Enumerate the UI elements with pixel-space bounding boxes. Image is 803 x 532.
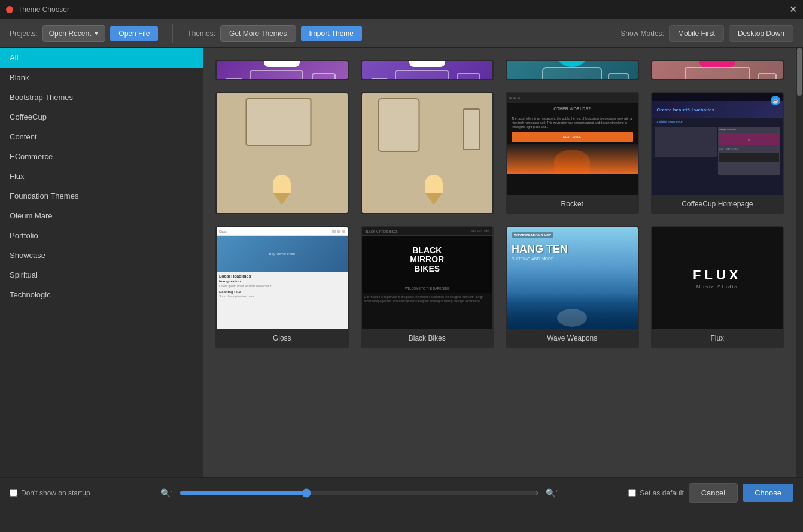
theme-name-bootstrap4: Bootstrap 4 bbox=[362, 79, 493, 80]
projects-section: Projects: Open Recent ▼ Open File bbox=[10, 25, 158, 42]
choose-button[interactable]: Choose bbox=[743, 484, 793, 502]
close-button[interactable]: ✕ bbox=[789, 4, 797, 15]
tablet-mockup bbox=[250, 70, 303, 79]
sidebar-item-technologic[interactable]: Technologic bbox=[0, 285, 203, 305]
desktop-mockup bbox=[378, 98, 420, 152]
window-title: Theme Chooser bbox=[18, 5, 69, 14]
sidebar-item-flux[interactable]: Flux bbox=[0, 166, 203, 186]
theme-card-flux[interactable]: FLUX Music Studio Flux bbox=[651, 226, 784, 348]
sidebar-item-foundation-themes[interactable]: Foundation Themes bbox=[0, 186, 203, 206]
tablet-mockup bbox=[542, 67, 602, 79]
phone-mockup bbox=[758, 73, 777, 79]
theme-thumb-flux: FLUX Music Studio bbox=[652, 227, 783, 329]
zoom-slider[interactable] bbox=[180, 488, 539, 498]
theme-name-rocket: Rocket bbox=[507, 195, 638, 213]
phone-mockup bbox=[312, 73, 336, 79]
theme-card-blackbikes[interactable]: BLACK MIRROR BIKES NAV NAV NAV BLACKMIRR… bbox=[361, 226, 494, 348]
theme-thumb-foundation: F bbox=[507, 61, 638, 79]
theme-name-vanilla-mf: VanillaCSS Mobile First bbox=[362, 213, 493, 214]
theme-card-foundation[interactable]: F Foundation bbox=[506, 60, 639, 80]
set-as-default-label[interactable]: Set as default bbox=[628, 489, 683, 497]
theme-thumb-rocket: OTHER WORLDS? The portal offers is an en… bbox=[507, 93, 638, 195]
bottom-right: Set as default Cancel Choose bbox=[628, 483, 793, 503]
sidebar-item-all[interactable]: All bbox=[0, 48, 203, 68]
zoom-out-icon[interactable]: 🔍- bbox=[160, 488, 172, 498]
theme-thumb-vanilla-dd bbox=[217, 93, 348, 213]
scrollbar-track[interactable] bbox=[796, 48, 803, 477]
desktop-mockup bbox=[246, 98, 312, 146]
toolbar: Projects: Open Recent ▼ Open File Themes… bbox=[0, 19, 803, 48]
title-bar: Theme Chooser ✕ bbox=[0, 0, 803, 19]
open-file-button[interactable]: Open File bbox=[110, 26, 158, 41]
theme-name-bootstrap3: Bootstrap 3 bbox=[217, 79, 348, 80]
theme-name-vanilla-dd: VanillaCSS Desktop Down bbox=[217, 213, 348, 214]
show-modes-label: Show Modes: bbox=[620, 29, 664, 38]
themes-label: Themes: bbox=[187, 29, 215, 38]
sidebar: All Blank Bootstrap Themes CoffeeCup Con… bbox=[0, 48, 203, 477]
materialize-icon: M bbox=[699, 61, 735, 67]
coffeecup-logo-badge: ☕ bbox=[771, 96, 780, 105]
main-area: All Blank Bootstrap Themes CoffeeCup Con… bbox=[0, 48, 803, 477]
sidebar-item-showcase[interactable]: Showcase bbox=[0, 245, 203, 265]
get-more-themes-button[interactable]: Get More Themes bbox=[220, 25, 296, 42]
theme-card-vanilla-dd[interactable]: VanillaCSS Desktop Down bbox=[215, 92, 349, 214]
ice-cream-icon bbox=[273, 175, 291, 205]
tablet-mockup bbox=[395, 70, 449, 79]
theme-card-bootstrap3[interactable]: B3 Bootstrap 3 bbox=[215, 60, 349, 80]
separator-1 bbox=[172, 24, 173, 43]
set-as-default-checkbox[interactable] bbox=[628, 489, 636, 497]
sidebar-item-blank[interactable]: Blank bbox=[0, 68, 203, 87]
phone-mockup bbox=[457, 73, 480, 79]
theme-card-vanilla-mf[interactable]: VanillaCSS Mobile First bbox=[361, 92, 494, 214]
theme-grid: B3 Bootstrap 3 B4 Bootstrap 4 bbox=[215, 60, 784, 348]
projects-label: Projects: bbox=[10, 29, 38, 38]
theme-card-bootstrap4[interactable]: B4 Bootstrap 4 bbox=[361, 60, 494, 80]
bootstrap-icon: B3 bbox=[264, 61, 300, 67]
theme-name-coffeecup: CoffeeCup Homepage bbox=[652, 195, 783, 213]
sidebar-item-spiritual[interactable]: Spiritual bbox=[0, 265, 203, 285]
cancel-button[interactable]: Cancel bbox=[689, 483, 738, 503]
bottom-bar: Don't show on startup 🔍- 🔍+ Set as defau… bbox=[0, 477, 803, 508]
zoom-in-icon[interactable]: 🔍+ bbox=[546, 488, 559, 498]
open-recent-label: Open Recent bbox=[49, 29, 92, 38]
bootstrap4-icon: B4 bbox=[409, 61, 445, 67]
sidebar-item-coffeecup[interactable]: CoffeeCup bbox=[0, 107, 203, 127]
dont-show-checkbox[interactable] bbox=[10, 489, 17, 497]
sidebar-item-oleum-mare[interactable]: Oleum Mare bbox=[0, 206, 203, 226]
show-modes-section: Show Modes: Mobile First Desktop Down bbox=[620, 25, 793, 42]
theme-name-foundation: Foundation bbox=[507, 79, 638, 80]
theme-thumb-vanilla-mf bbox=[362, 93, 493, 213]
mobile-first-button[interactable]: Mobile First bbox=[669, 25, 724, 42]
theme-name-wave: Wave Weapons bbox=[507, 329, 638, 347]
sidebar-item-content[interactable]: Content bbox=[0, 127, 203, 147]
theme-thumb-coffeecup: Create beautiful websites a digital expe… bbox=[652, 93, 783, 195]
ice-cream-icon bbox=[425, 175, 443, 205]
window-close-dot[interactable] bbox=[6, 6, 13, 13]
phone-mockup bbox=[608, 73, 629, 79]
sidebar-item-bootstrap-themes[interactable]: Bootstrap Themes bbox=[0, 87, 203, 107]
zoom-controls: 🔍- 🔍+ bbox=[100, 488, 619, 498]
import-theme-button[interactable]: Import Theme bbox=[301, 26, 362, 41]
dont-show-checkbox-label[interactable]: Don't show on startup bbox=[10, 489, 90, 497]
desktop-down-button[interactable]: Desktop Down bbox=[729, 25, 793, 42]
title-bar-left: Theme Chooser bbox=[6, 5, 69, 14]
sidebar-item-ecommerce[interactable]: ECommerce bbox=[0, 147, 203, 166]
set-as-default-text: Set as default bbox=[640, 489, 683, 497]
dont-show-label: Don't show on startup bbox=[21, 489, 90, 497]
theme-card-coffeecup[interactable]: Create beautiful websites a digital expe… bbox=[651, 92, 784, 214]
themes-section: Themes: Get More Themes Import Theme bbox=[187, 25, 362, 42]
desktop-mockup bbox=[685, 67, 750, 79]
theme-thumb-gloss: Class Bay Travel Palm bbox=[217, 227, 348, 329]
phone-small-mockup bbox=[226, 78, 242, 79]
theme-name-blackbikes: Black Bikes bbox=[362, 329, 493, 347]
sidebar-item-portfolio[interactable]: Portfolio bbox=[0, 226, 203, 245]
scrollbar-thumb[interactable] bbox=[797, 48, 802, 96]
theme-grid-container[interactable]: B3 Bootstrap 3 B4 Bootstrap 4 bbox=[203, 48, 796, 477]
theme-card-gloss[interactable]: Class Bay Travel Palm bbox=[215, 226, 349, 348]
theme-thumb-materialize: M bbox=[652, 61, 783, 79]
theme-thumb-blackbikes: BLACK MIRROR BIKES NAV NAV NAV BLACKMIRR… bbox=[362, 227, 493, 329]
open-recent-button[interactable]: Open Recent ▼ bbox=[42, 25, 106, 42]
theme-card-materialize[interactable]: M Materialize bbox=[651, 60, 784, 80]
theme-card-rocket[interactable]: OTHER WORLDS? The portal offers is an en… bbox=[506, 92, 639, 214]
theme-card-wave[interactable]: WAVEWEAPONS.NET HANG TEN SURFING AND MOR… bbox=[506, 226, 639, 348]
